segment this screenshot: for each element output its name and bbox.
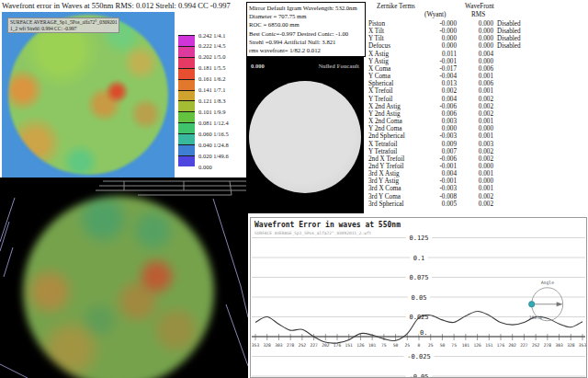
mirror-info-line: Best Conic=-0.997 Desired Conic: -1.00 xyxy=(249,29,363,38)
angle-widget[interactable]: Angle180.0 xyxy=(528,281,562,321)
y-tick-label: 0.125 xyxy=(409,235,428,242)
x-tick-label: 176 xyxy=(334,343,342,348)
scale-segment xyxy=(178,57,195,68)
zernike-cell-name: Y Trefoil xyxy=(368,96,392,103)
scale-segment xyxy=(178,79,195,90)
x-tick-label: 176 xyxy=(497,343,505,348)
scale-label: 0.121 1/8.3 xyxy=(198,97,225,104)
zernike-row: Y 2nd Coma0.0000.000 xyxy=(366,125,588,132)
zernike-cell-name: Y Astig xyxy=(368,58,389,65)
wireframe-3d xyxy=(0,178,248,378)
x-tick-label: 303 xyxy=(555,343,563,348)
mirror-info-line: Mirror Default Igram Wavelength: 532.0nm xyxy=(249,4,363,12)
y-tick-label: -0.05 xyxy=(409,373,428,377)
zernike-row: Y Tilt0.0000.000Disabled xyxy=(366,35,588,42)
x-tick-label: 101 xyxy=(462,343,470,348)
foucault-panel: 0.000 Nulled Foucault xyxy=(246,57,364,213)
x-tick-label: 252 xyxy=(299,343,307,348)
zernike-cell-wyant: 0.006 xyxy=(416,110,457,118)
x-tick-label: 202 xyxy=(322,343,330,348)
zernike-cell-wyant: -0.000 xyxy=(416,28,457,35)
zernike-cell-rms: 0.001 xyxy=(458,73,493,80)
zernike-cell-name: Spherical xyxy=(368,80,393,87)
zernike-cell-wyant: 0.000 xyxy=(416,42,457,50)
x-tick-label: 353 xyxy=(252,343,260,348)
scale-segment xyxy=(178,155,195,166)
x-tick-label: 353 xyxy=(579,343,586,348)
x-tick-label: 151 xyxy=(345,343,354,348)
angle-arrowhead xyxy=(557,302,563,306)
x-tick-label: 328 xyxy=(567,343,575,348)
x-tick-label: 50 xyxy=(393,343,399,348)
zernike-cell-rms: 0.000 xyxy=(458,20,493,28)
zernike-col-wyant: (Wyant) xyxy=(424,11,447,18)
zernike-row: Y Trefoil0.0040.002 xyxy=(366,96,588,103)
x-tick-label: 75 xyxy=(381,343,387,348)
angle-value: 180.0 xyxy=(529,315,543,320)
foucault-title: Nulled Foucault xyxy=(318,63,359,69)
zernike-cell-rms: 0.002 xyxy=(458,110,493,118)
x-tick-label: 227 xyxy=(310,343,318,348)
mirror-info-panel: Mirror Default Igram Wavelength: 532.0nm… xyxy=(246,2,366,57)
wavefront-map: SURFACE AVERAGE_Sp1_5Pos_alfa72°_0309201… xyxy=(2,12,175,178)
zernike-cell-name: 3rd Y Coma xyxy=(368,193,401,200)
x-tick-label: 0 xyxy=(418,343,421,348)
zernike-cell-wyant: -0.001 xyxy=(416,178,457,185)
scale-label: 0.161 1/6.2 xyxy=(198,75,225,82)
zernike-cell-name: Defocus xyxy=(368,42,390,50)
zernike-cell-name: X 2nd Astig xyxy=(368,103,401,110)
wavefront-map-surface xyxy=(8,15,168,175)
scale-segment xyxy=(178,46,195,57)
scale-label: 0.040 1/24.8 xyxy=(198,142,229,148)
angle-handle[interactable] xyxy=(528,302,534,307)
scale-segment xyxy=(178,122,195,133)
zernike-cell-rms: 0.001 xyxy=(458,185,493,192)
zernike-cell-name: X 2nd Coma xyxy=(368,118,402,125)
y-tick-label: 0.05 xyxy=(412,294,427,302)
zernike-cell-status: Disabled xyxy=(497,42,521,50)
scale-segment xyxy=(178,144,195,155)
zernike-cell-status: Disabled xyxy=(497,28,521,35)
x-tick-label: 126 xyxy=(473,343,481,348)
zernike-cell-name: X Trefoil xyxy=(368,87,393,95)
zernike-row: 3rd X Astig0.0040.001 xyxy=(366,170,588,178)
zernike-cell-wyant: 0.000 xyxy=(416,125,457,132)
zernike-cell-wyant: 0.007 xyxy=(416,148,457,155)
chart-title: Wavefront Error in waves at 550nm xyxy=(254,221,401,229)
zernike-cell-wyant: 0.013 xyxy=(416,80,457,87)
app-window: Wavefront error in Waves at 550nm RMS: 0… xyxy=(0,0,588,378)
mirror-info-line: Strehl =0.994 Artificial Null: 3.821 xyxy=(249,38,363,46)
scale-segment xyxy=(178,90,195,101)
zernike-row: Y 2nd Astig0.0060.002 xyxy=(366,110,588,118)
zernike-cell-rms: 0.000 xyxy=(458,35,493,42)
zernike-cell-rms: 0.000 xyxy=(458,28,493,35)
zernike-cell-rms: 0.002 xyxy=(458,193,493,200)
zernike-row: 3rd Y Coma-0.0080.002 xyxy=(366,193,588,200)
mirror-info-line: Diameter = 707.75 mm xyxy=(249,12,363,20)
scale-label: 0.222 1/4.5 xyxy=(198,42,225,49)
zernike-cell-name: 2nd Spherical xyxy=(368,132,405,140)
x-tick-label: 151 xyxy=(485,343,493,348)
y-tick-label: 0. xyxy=(420,329,427,337)
zernike-row: Y Coma-0.0040.001 xyxy=(366,73,588,80)
zernike-row: 3rd Y Astig-0.0010.000 xyxy=(366,178,588,185)
zernike-cell-wyant: -0.017 xyxy=(416,65,457,73)
scale-label: 0.101 1/9.9 xyxy=(198,109,225,115)
zernike-row: X Tetrafoil0.0090.003 xyxy=(366,141,588,148)
zernike-cell-name: X Tetrafoil xyxy=(368,141,398,148)
chart-subtitle: SURFACE AVERAGE_Sp1_5Pos_alfa72°_0309201… xyxy=(254,231,371,235)
x-tick-label: 303 xyxy=(275,343,283,348)
zernike-cell-rms: 0.002 xyxy=(458,148,493,155)
map-title: Wavefront error in Waves at 550nm RMS: 0… xyxy=(2,1,231,10)
x-tick-label: 126 xyxy=(356,343,365,348)
zernike-cell-wyant: 0.009 xyxy=(416,141,457,148)
foucault-disc xyxy=(249,81,361,193)
scale-label: 0.081 1/12.4 xyxy=(198,120,229,126)
zernike-row: X 2nd Astig-0.0060.002 xyxy=(366,103,588,110)
x-tick-label: 278 xyxy=(544,343,552,348)
zernike-cell-wyant: 0.002 xyxy=(416,87,457,95)
zernike-cell-name: 3rd Y Astig xyxy=(368,178,399,185)
mirror-info-lines: Mirror Default Igram Wavelength: 532.0nm… xyxy=(249,4,363,54)
zernike-cell-name: X Coma xyxy=(368,65,390,73)
zernike-cell-rms: 0.000 xyxy=(458,58,493,65)
